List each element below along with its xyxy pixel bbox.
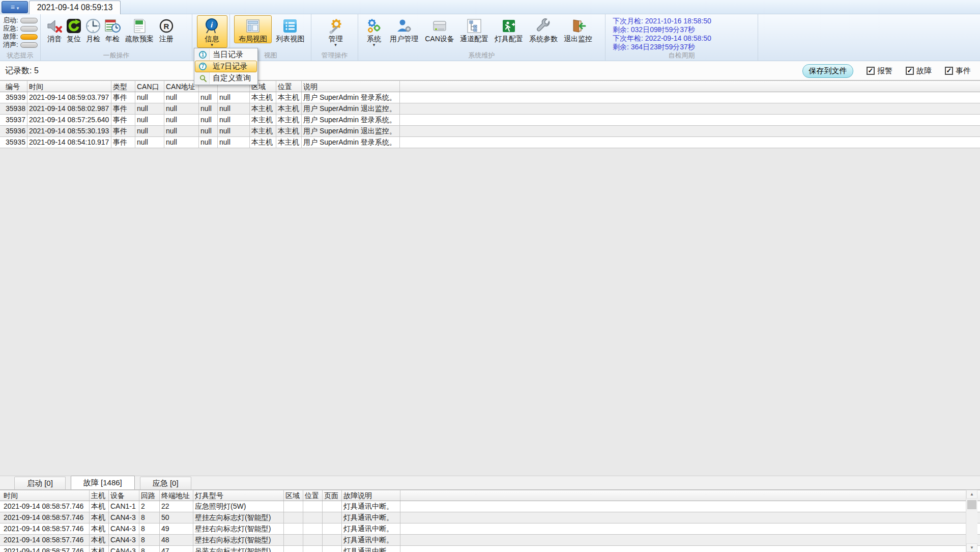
column-header[interactable]: 位置 [276,81,302,92]
table-row[interactable]: 359392021-09-14 08:59:03.797事件nullnullnu… [0,92,980,103]
cell: 本主机 [250,137,276,148]
cell: 用户 SuperAdmin 登录系统。 [302,115,400,125]
status-pill-fault [20,34,38,40]
cell: 8 [139,546,160,552]
column-header[interactable]: 主机 [90,490,109,501]
records-table: 编号时间类型CAN口CAN地址区域位置说明 359392021-09-14 08… [0,80,980,148]
checkbox-check-icon: ✓ [906,67,914,75]
cell: 壁挂左向标志灯(智能型) [193,512,284,523]
fault-table-header: 时间主机设备回路终端地址灯具型号区域位置页面故障说明 [0,490,980,501]
cell [303,546,323,552]
table-row[interactable]: 2021-09-14 08:58:57.746本机CAN4-3848壁挂右向标志… [0,535,980,546]
cell: null [218,126,250,136]
table-row[interactable]: 2021-09-14 08:58:57.746本机CAN4-3850壁挂左向标志… [0,512,980,523]
cell: 2021-09-14 08:58:57.746 [2,501,90,512]
exit-door-icon [570,18,586,34]
table-row[interactable]: 359362021-09-14 08:55:30.193事件nullnullnu… [0,126,980,137]
column-header[interactable]: 编号 [4,81,27,92]
column-header[interactable]: 说明 [302,81,400,92]
tab-emergency[interactable]: 应急 [0] [140,477,191,489]
scrollbar-thumb[interactable] [967,500,976,509]
table-row[interactable]: 359372021-09-14 08:57:25.640事件nullnullnu… [0,115,980,126]
table-row[interactable]: 359382021-09-14 08:58:02.987事件nullnullnu… [0,103,980,115]
cell: null [164,126,199,136]
cell [284,546,303,552]
tab-fault[interactable]: 故障 [1486] [71,476,135,489]
column-header[interactable]: 区域 [284,490,303,501]
column-header[interactable]: 设备 [109,490,139,501]
status-pill-start [20,18,38,23]
menu-item-last-7-days-records[interactable]: 7 近7日记录 [195,61,257,72]
table-row[interactable]: 2021-09-14 08:58:57.746本机CAN4-3847吊装左向标志… [0,546,980,552]
monthly-check-button[interactable]: 月检 [83,15,103,43]
column-header[interactable]: CAN口 [135,81,164,92]
reset-button[interactable]: 复位 [64,15,83,43]
scroll-up-arrow-icon[interactable]: ▲ [966,490,977,499]
table-row[interactable]: 359352021-09-14 08:54:10.917事件nullnullnu… [0,137,980,148]
column-header[interactable]: 终端地址 [160,490,193,501]
checkbox-check-icon: ✓ [867,67,875,75]
user-management-button[interactable]: 用户管理 [386,15,422,43]
info-button[interactable]: i 信息 ▾ [197,15,227,48]
annual-check-button[interactable]: 年检 [103,15,122,43]
layout-view-button[interactable]: 布局视图 [234,15,272,43]
cell: 灯具通讯中断。 [342,535,400,545]
cell: 本主机 [276,126,302,136]
cell: 2021-09-14 08:54:10.917 [27,137,111,148]
menu-item-custom-query[interactable]: 自定义查询 [195,72,257,84]
cell: 本主机 [250,126,276,136]
event-checkbox[interactable]: ✓事件 [945,66,971,76]
chevron-down-icon: ▾ [17,6,19,11]
column-header[interactable]: 类型 [111,81,135,92]
list-view-button[interactable]: 列表视图 [272,15,309,43]
cell: 22 [160,501,193,512]
system-params-button[interactable]: 系统参数 [526,15,561,43]
table-row[interactable]: 2021-09-14 08:58:57.746本机CAN1-1222应急照明灯(… [0,501,980,512]
scroll-down-arrow-icon[interactable]: ▼ [966,543,977,552]
column-header[interactable]: 故障说明 [342,490,400,501]
exit-monitor-button[interactable]: 退出监控 [561,15,595,43]
save-to-file-button[interactable]: 保存到文件 [802,64,853,78]
device-icon [431,18,448,34]
menu-item-today-records[interactable]: 1 当日记录 [195,49,257,61]
cell: CAN4-3 [109,535,139,545]
table-row[interactable]: 2021-09-14 08:58:57.746本机CAN4-3849壁挂右向标志… [0,523,980,535]
status-start: 启动: [0,16,40,24]
content-area [0,148,980,476]
column-header[interactable]: 时间 [27,81,111,92]
lamp-config-button[interactable]: 灯具配置 [492,15,526,43]
evacuation-plan-icon [131,18,148,34]
cell: 8 [139,523,160,534]
cell: null [164,137,199,148]
system-button[interactable]: 系统 ▾ [362,15,386,48]
tab-start[interactable]: 启动 [0] [14,477,66,489]
channel-config-button[interactable]: 通道配置 [457,15,492,43]
fault-checkbox[interactable]: ✓故障 [906,66,932,76]
ribbon: 启动: 应急: 故障: 消声: 状态提示 消音 复位 月检 年检 [0,14,980,61]
column-header[interactable]: 时间 [2,490,90,501]
column-header[interactable]: 灯具型号 [193,490,284,501]
evacuation-plan-button[interactable]: 疏散预案 [122,15,157,43]
register-button[interactable]: R 注册 [157,15,176,43]
can-device-button[interactable]: CAN设备 [422,15,457,43]
column-header[interactable]: 回路 [139,490,160,501]
vertical-scrollbar[interactable]: ▲ ▼ [966,490,977,552]
wrench-icon [535,18,552,34]
cell: 48 [160,535,193,545]
app-menu-button[interactable]: ≡ ▾ [2,1,28,13]
fault-table-rows: 2021-09-14 08:58:57.746本机CAN1-1222应急照明灯(… [0,501,980,552]
alarm-checkbox[interactable]: ✓报警 [867,66,892,76]
cell: 事件 [111,137,135,148]
manage-button[interactable]: 管理 ▾ [321,15,351,48]
window-title-tab[interactable]: 2021-09-14 08:59:13 [29,1,121,14]
cell [284,501,303,512]
column-header[interactable]: 位置 [303,490,323,501]
cell: 本机 [90,523,109,534]
column-header[interactable]: 页面 [323,490,342,501]
cell [284,512,303,523]
mute-button[interactable]: 消音 [45,15,64,43]
list-view-icon [282,18,298,34]
gears-icon [366,18,382,34]
chevron-down-icon: ▾ [364,43,384,47]
cell: CAN4-3 [109,523,139,534]
